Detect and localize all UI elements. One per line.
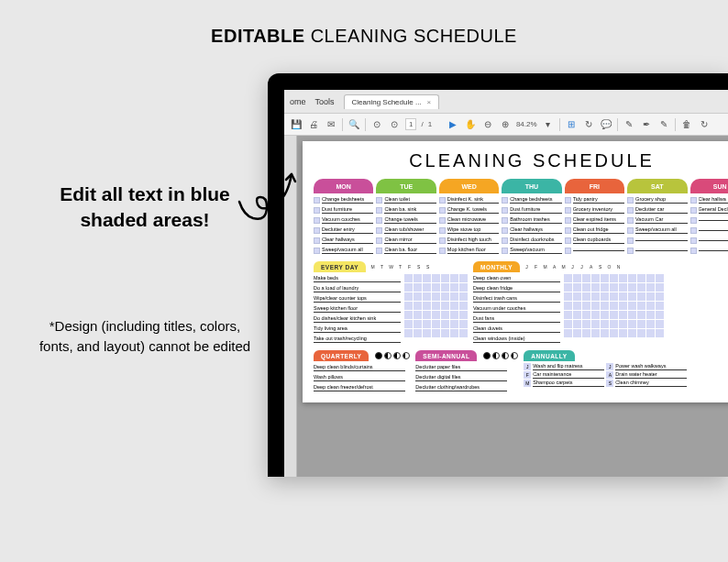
checkbox[interactable] xyxy=(376,237,382,244)
grid-cell[interactable] xyxy=(441,292,449,301)
checkbox[interactable] xyxy=(376,248,382,254)
grid-cell[interactable] xyxy=(591,302,600,310)
grid-cell[interactable] xyxy=(441,274,449,282)
grid-cell[interactable] xyxy=(628,274,636,282)
task-text[interactable]: Clean microwave xyxy=(447,216,499,224)
zoom-level[interactable]: 84.2% xyxy=(516,120,537,128)
checkbox[interactable] xyxy=(376,207,382,214)
home-tab[interactable]: ome xyxy=(290,97,306,106)
grid-cell[interactable] xyxy=(423,292,431,301)
checkbox[interactable] xyxy=(314,227,320,234)
task-text[interactable]: Clear expired items xyxy=(573,216,624,224)
grid-cell[interactable] xyxy=(601,283,609,292)
edit-icon[interactable]: ✎ xyxy=(623,118,635,131)
grid-cell[interactable] xyxy=(404,311,413,319)
grid-cell[interactable] xyxy=(432,311,440,319)
sign-icon[interactable]: ✒ xyxy=(640,118,653,131)
checkbox[interactable] xyxy=(502,207,508,214)
task-text[interactable]: Tidy pantry xyxy=(573,196,624,204)
task-text[interactable] xyxy=(699,249,728,251)
grid-cell[interactable] xyxy=(404,320,413,328)
task-text[interactable]: Clean windows (inside) xyxy=(473,336,560,343)
checkbox[interactable] xyxy=(690,197,697,204)
checkbox[interactable] xyxy=(690,227,697,234)
grid-cell[interactable] xyxy=(656,302,664,310)
checkbox[interactable] xyxy=(439,248,446,254)
grid-cell[interactable] xyxy=(573,292,581,301)
grid-cell[interactable] xyxy=(628,283,636,292)
grid-cell[interactable] xyxy=(646,311,655,319)
fit-width-icon[interactable]: ⊞ xyxy=(565,118,578,131)
task-text[interactable]: Clean out fridge xyxy=(573,226,624,234)
checkbox[interactable] xyxy=(314,237,320,244)
task-text[interactable]: Dust furniture xyxy=(322,206,373,214)
grid-cell[interactable] xyxy=(646,283,655,292)
checkbox[interactable] xyxy=(314,248,320,254)
grid-cell[interactable] xyxy=(432,283,440,292)
checkbox[interactable] xyxy=(565,197,571,204)
task-text[interactable]: Clear hallways xyxy=(510,226,561,234)
grid-cell[interactable] xyxy=(414,311,422,319)
task-text[interactable]: Wash pillows xyxy=(314,374,405,381)
task-text[interactable]: Deep clean freezer/defrost xyxy=(314,384,405,391)
task-text[interactable]: Clean ba. sink xyxy=(384,206,436,214)
grid-cell[interactable] xyxy=(423,274,431,282)
grid-cell[interactable] xyxy=(564,302,572,310)
grid-cell[interactable] xyxy=(637,329,645,337)
grid-cell[interactable] xyxy=(450,274,458,282)
grid-cell[interactable] xyxy=(656,320,664,328)
grid-cell[interactable] xyxy=(591,329,600,337)
grid-cell[interactable] xyxy=(601,274,609,282)
grid-cell[interactable] xyxy=(573,283,581,292)
grid-cell[interactable] xyxy=(423,320,431,328)
grid-cell[interactable] xyxy=(404,302,413,310)
grid-cell[interactable] xyxy=(432,292,440,301)
grid-cell[interactable] xyxy=(564,283,572,292)
grid-cell[interactable] xyxy=(591,274,600,282)
grid-cell[interactable] xyxy=(601,311,609,319)
grid-cell[interactable] xyxy=(450,302,458,310)
checkbox[interactable] xyxy=(376,197,382,204)
rotate-icon[interactable]: ↻ xyxy=(582,118,595,131)
grid-cell[interactable] xyxy=(619,311,627,319)
month-box[interactable]: A xyxy=(606,371,613,379)
task-text[interactable]: Clean mirror xyxy=(384,237,436,244)
grid-cell[interactable] xyxy=(628,292,636,301)
task-text[interactable]: Make beds xyxy=(314,275,401,282)
grid-cell[interactable] xyxy=(450,292,458,301)
grid-cell[interactable] xyxy=(582,329,590,337)
grid-cell[interactable] xyxy=(459,302,468,310)
grid-cell[interactable] xyxy=(564,292,572,301)
grid-cell[interactable] xyxy=(610,283,618,292)
grid-cell[interactable] xyxy=(619,283,627,292)
grid-cell[interactable] xyxy=(601,292,609,301)
grid-cell[interactable] xyxy=(591,320,600,328)
grid-cell[interactable] xyxy=(423,283,431,292)
task-text[interactable]: Clean ba. floor xyxy=(384,247,436,254)
chevron-down-icon[interactable]: ▾ xyxy=(542,118,555,131)
grid-cell[interactable] xyxy=(637,283,645,292)
grid-cell[interactable] xyxy=(404,292,413,301)
task-text[interactable]: Clean toilet xyxy=(384,196,436,204)
checkbox[interactable] xyxy=(690,217,697,224)
grid-cell[interactable] xyxy=(610,329,618,337)
task-text[interactable]: Clean cupboards xyxy=(573,237,624,244)
checkbox[interactable] xyxy=(627,207,634,214)
grid-cell[interactable] xyxy=(601,302,609,310)
save-icon[interactable]: 💾 xyxy=(290,118,303,131)
grid-cell[interactable] xyxy=(619,329,627,337)
checkbox[interactable] xyxy=(565,227,571,234)
checkbox[interactable] xyxy=(314,207,320,214)
checkbox[interactable] xyxy=(439,237,446,244)
task-text[interactable]: Grocery inventory xyxy=(573,206,624,214)
task-text[interactable]: Drain water heater xyxy=(615,371,687,379)
task-text[interactable]: Clean tub/shower xyxy=(384,226,436,234)
grid-cell[interactable] xyxy=(441,320,449,328)
tools-tab[interactable]: Tools xyxy=(315,97,335,106)
grid-cell[interactable] xyxy=(619,274,627,282)
month-box[interactable]: J xyxy=(606,363,613,370)
grid-cell[interactable] xyxy=(646,292,655,301)
checkbox[interactable] xyxy=(502,248,508,254)
task-text[interactable]: Clean duvets xyxy=(473,325,560,333)
task-text[interactable]: Declutter paper files xyxy=(415,364,507,371)
